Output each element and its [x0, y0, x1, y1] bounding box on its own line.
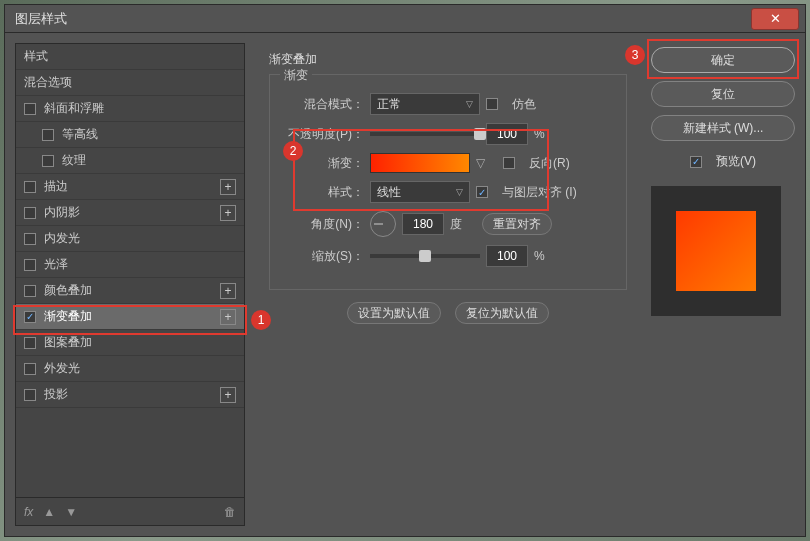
style-item-5[interactable]: 内发光 — [16, 226, 244, 252]
opacity-label: 不透明度(P)： — [284, 126, 364, 143]
style-checkbox[interactable] — [24, 259, 36, 271]
style-item-label: 渐变叠加 — [44, 308, 92, 325]
dither-checkbox[interactable] — [486, 98, 498, 110]
titlebar: 图层样式 ✕ — [5, 5, 805, 33]
opacity-slider[interactable] — [370, 132, 480, 136]
section-title: 渐变叠加 — [269, 51, 627, 68]
style-checkbox[interactable] — [24, 181, 36, 193]
blend-mode-label: 混合模式： — [284, 96, 364, 113]
style-item-label: 图案叠加 — [44, 334, 92, 351]
angle-dial[interactable] — [370, 211, 396, 237]
style-item-2[interactable]: 纹理 — [16, 148, 244, 174]
layer-style-dialog: 图层样式 ✕ 样式 混合选项 斜面和浮雕等高线纹理描边+内阴影+内发光光泽颜色叠… — [4, 4, 806, 537]
style-item-label: 外发光 — [44, 360, 80, 377]
arrow-down-icon[interactable]: ▼ — [65, 505, 77, 519]
angle-input[interactable] — [402, 213, 444, 235]
right-panel: 确定 复位 新建样式 (W)... 预览(V) — [651, 43, 795, 526]
style-checkbox[interactable] — [24, 389, 36, 401]
style-item-7[interactable]: 颜色叠加+ — [16, 278, 244, 304]
style-item-4[interactable]: 内阴影+ — [16, 200, 244, 226]
new-style-button[interactable]: 新建样式 (W)... — [651, 115, 795, 141]
scale-slider[interactable] — [370, 254, 480, 258]
ok-button[interactable]: 确定 — [651, 47, 795, 73]
style-checkbox[interactable] — [24, 285, 36, 297]
reverse-label: 反向(R) — [529, 155, 570, 172]
preview-label: 预览(V) — [716, 153, 756, 170]
callout-3: 3 — [625, 45, 645, 65]
dither-label: 仿色 — [512, 96, 536, 113]
arrow-up-icon[interactable]: ▲ — [43, 505, 55, 519]
style-checkbox[interactable] — [24, 207, 36, 219]
add-effect-icon[interactable]: + — [220, 387, 236, 403]
add-effect-icon[interactable]: + — [220, 309, 236, 325]
style-item-6[interactable]: 光泽 — [16, 252, 244, 278]
preview-checkbox[interactable] — [690, 156, 702, 168]
scale-input[interactable] — [486, 245, 528, 267]
preview-swatch — [676, 211, 756, 291]
style-checkbox[interactable] — [42, 155, 54, 167]
chevron-down-icon: ▽ — [466, 99, 473, 109]
callout-1: 1 — [251, 310, 271, 330]
style-item-3[interactable]: 描边+ — [16, 174, 244, 200]
style-checkbox[interactable] — [24, 233, 36, 245]
set-default-button[interactable]: 设置为默认值 — [347, 302, 441, 324]
callout-2: 2 — [283, 141, 303, 161]
fieldset-legend: 渐变 — [280, 67, 312, 84]
style-select[interactable]: 线性▽ — [370, 181, 470, 203]
style-checkbox[interactable] — [24, 311, 36, 323]
reset-align-button[interactable]: 重置对齐 — [482, 213, 552, 235]
style-checkbox[interactable] — [42, 129, 54, 141]
blend-mode-select[interactable]: 正常▽ — [370, 93, 480, 115]
left-panel: 样式 混合选项 斜面和浮雕等高线纹理描边+内阴影+内发光光泽颜色叠加+渐变叠加+… — [15, 43, 245, 526]
gradient-fieldset: 渐变 混合模式： 正常▽ 仿色 不透明度(P)： % 渐变： — [269, 74, 627, 290]
align-checkbox[interactable] — [476, 186, 488, 198]
fx-icon[interactable]: fx — [24, 505, 33, 519]
style-item-11[interactable]: 投影+ — [16, 382, 244, 408]
style-item-label: 光泽 — [44, 256, 68, 273]
style-item-8[interactable]: 渐变叠加+ — [16, 304, 244, 330]
style-item-label: 描边 — [44, 178, 68, 195]
settings-panel: 渐变叠加 渐变 混合模式： 正常▽ 仿色 不透明度(P)： % — [255, 43, 641, 526]
style-item-1[interactable]: 等高线 — [16, 122, 244, 148]
style-item-label: 等高线 — [62, 126, 98, 143]
style-item-label: 纹理 — [62, 152, 86, 169]
styles-header[interactable]: 样式 — [16, 44, 244, 70]
preview-box — [651, 186, 781, 316]
style-item-label: 投影 — [44, 386, 68, 403]
opacity-input[interactable] — [486, 123, 528, 145]
style-checkbox[interactable] — [24, 363, 36, 375]
chevron-down-icon[interactable]: ▽ — [476, 156, 485, 170]
reset-button[interactable]: 复位 — [651, 81, 795, 107]
style-item-9[interactable]: 图案叠加 — [16, 330, 244, 356]
chevron-down-icon: ▽ — [456, 187, 463, 197]
style-item-label: 颜色叠加 — [44, 282, 92, 299]
style-item-label: 斜面和浮雕 — [44, 100, 104, 117]
add-effect-icon[interactable]: + — [220, 179, 236, 195]
reverse-checkbox[interactable] — [503, 157, 515, 169]
add-effect-icon[interactable]: + — [220, 283, 236, 299]
style-item-0[interactable]: 斜面和浮雕 — [16, 96, 244, 122]
style-label: 样式： — [284, 184, 364, 201]
trash-icon[interactable]: 🗑 — [224, 505, 236, 519]
gradient-swatch[interactable] — [370, 153, 470, 173]
close-button[interactable]: ✕ — [751, 8, 799, 30]
angle-label: 角度(N)： — [284, 216, 364, 233]
style-item-label: 内发光 — [44, 230, 80, 247]
style-item-label: 内阴影 — [44, 204, 80, 221]
style-checkbox[interactable] — [24, 337, 36, 349]
scale-label: 缩放(S)： — [284, 248, 364, 265]
styles-list: 样式 混合选项 斜面和浮雕等高线纹理描边+内阴影+内发光光泽颜色叠加+渐变叠加+… — [15, 43, 245, 498]
reset-default-button[interactable]: 复位为默认值 — [455, 302, 549, 324]
window-title: 图层样式 — [15, 10, 67, 28]
blend-options-header[interactable]: 混合选项 — [16, 70, 244, 96]
style-checkbox[interactable] — [24, 103, 36, 115]
add-effect-icon[interactable]: + — [220, 205, 236, 221]
list-footer: fx ▲ ▼ 🗑 — [15, 498, 245, 526]
align-label: 与图层对齐 (I) — [502, 184, 577, 201]
style-item-10[interactable]: 外发光 — [16, 356, 244, 382]
